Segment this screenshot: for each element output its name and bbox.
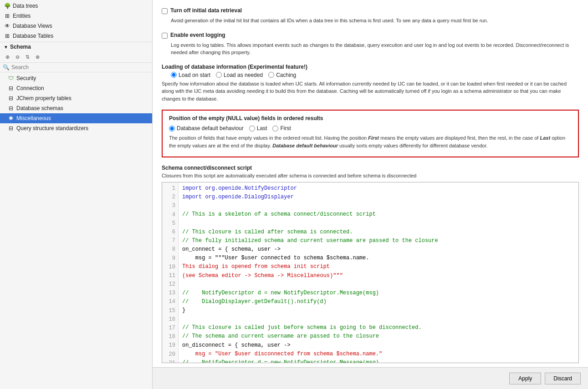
expand-all-button[interactable]: ⊕ — [3, 52, 12, 61]
code-editor[interactable]: 123456789101112131415161718192021222324 … — [162, 182, 579, 363]
null-position-title: Position of the empty (NULL value) field… — [169, 115, 572, 121]
discard-button[interactable]: Discard — [545, 373, 581, 384]
code-editor-inner: 123456789101112131415161718192021222324 … — [162, 182, 578, 363]
bottom-bar: Apply Discard — [153, 367, 588, 389]
code-lines[interactable]: import org.openide.NotifyDescriptorimpor… — [179, 182, 578, 363]
data-trees-icon: 🌳 — [4, 2, 11, 10]
null-position-radio-group: Database default behaviour Last First — [169, 125, 572, 131]
turn-off-retrieval-desc: Avoid generation of the initial hit list… — [162, 17, 579, 25]
turn-off-retrieval-row: Turn off initial data retrieval — [162, 7, 579, 14]
db-schemas-icon: ⊟ — [7, 105, 15, 112]
sidebar: 🌳 Data trees ⊞ Entities 👁 Database Views… — [0, 0, 153, 389]
sort-button[interactable]: ⇅ — [23, 52, 32, 61]
schema-expand-icon: ▼ — [4, 45, 8, 50]
sidebar-tree: 🛡 Security ⊟ Connection ⊟ JChem property… — [0, 72, 152, 134]
collapse-all-button[interactable]: ⊖ — [13, 52, 22, 61]
query-structure-icon: ⊟ — [7, 125, 15, 132]
loading-desc: Specify how information about the databa… — [162, 80, 579, 103]
event-logging-desc: Log events to log tables. This allows im… — [162, 41, 579, 56]
loading-option-caching[interactable]: Caching — [268, 72, 296, 78]
event-logging-checkbox[interactable] — [162, 33, 168, 39]
null-option-last[interactable]: Last — [249, 125, 267, 131]
turn-off-retrieval-label: Turn off initial data retrieval — [170, 7, 242, 14]
event-logging-label: Enable event logging — [170, 32, 225, 38]
sidebar-item-security[interactable]: 🛡 Security — [0, 73, 152, 83]
miscellaneous-icon: ✱ — [7, 115, 15, 122]
sidebar-item-query-structure[interactable]: ⊟ Query structure standardizers — [0, 123, 152, 133]
security-icon: 🛡 — [7, 75, 15, 82]
sidebar-item-database-tables[interactable]: ⊞ Database Tables — [0, 31, 152, 41]
null-option-first[interactable]: First — [272, 125, 291, 131]
event-logging-section: Enable event logging Log events to log t… — [162, 32, 579, 56]
sidebar-item-miscellaneous[interactable]: ✱ Miscellaneous — [0, 113, 152, 123]
null-position-section: Position of the empty (NULL value) field… — [162, 110, 579, 157]
top-nav: 🌳 Data trees ⊞ Entities 👁 Database Views… — [0, 0, 152, 42]
loading-option-on-start[interactable]: Load on start — [171, 72, 210, 78]
null-position-desc: The position of fields that have empty v… — [169, 134, 572, 149]
database-tables-icon: ⊞ — [4, 32, 11, 40]
database-views-icon: 👁 — [4, 22, 11, 30]
sidebar-item-database-views[interactable]: 👁 Database Views — [0, 21, 152, 31]
connection-icon: ⊟ — [7, 85, 15, 92]
apply-button[interactable]: Apply — [509, 373, 541, 384]
search-input[interactable] — [11, 64, 149, 71]
turn-off-retrieval-checkbox[interactable] — [162, 8, 168, 14]
filter-button[interactable]: ⊗ — [33, 52, 42, 61]
sidebar-item-entities[interactable]: ⊞ Entities — [0, 11, 152, 21]
null-option-db-default[interactable]: Database default behaviour — [169, 125, 244, 131]
sidebar-item-jchem-property[interactable]: ⊟ JChem property tables — [0, 93, 152, 103]
script-desc: Closures from this script are automatica… — [162, 173, 579, 178]
script-title: Schema connect/disconnect script — [162, 165, 579, 171]
main-content: Turn off initial data retrieval Avoid ge… — [153, 0, 588, 367]
search-bar: 🔍 — [0, 63, 152, 72]
jchem-icon: ⊟ — [7, 95, 15, 102]
sidebar-item-connection[interactable]: ⊟ Connection — [0, 83, 152, 93]
line-numbers: 123456789101112131415161718192021222324 — [162, 182, 179, 363]
loading-title: Loading of database information (Experim… — [162, 64, 579, 70]
loading-section: Loading of database information (Experim… — [162, 64, 579, 103]
loading-radio-group: Load on start Load as needed Caching — [162, 72, 579, 78]
schema-section-header: ▼ Schema — [0, 42, 152, 51]
loading-option-as-needed[interactable]: Load as needed — [216, 72, 263, 78]
sidebar-item-database-schemas[interactable]: ⊟ Database schemas — [0, 103, 152, 113]
sidebar-toolbar: ⊕ ⊖ ⇅ ⊗ — [0, 51, 152, 63]
event-logging-row: Enable event logging — [162, 32, 579, 39]
turn-off-retrieval-section: Turn off initial data retrieval Avoid ge… — [162, 7, 579, 25]
search-icon: 🔍 — [3, 64, 10, 71]
entities-icon: ⊞ — [4, 12, 11, 20]
script-section: Schema connect/disconnect script Closure… — [162, 165, 579, 363]
sidebar-item-data-trees[interactable]: 🌳 Data trees — [0, 1, 152, 11]
